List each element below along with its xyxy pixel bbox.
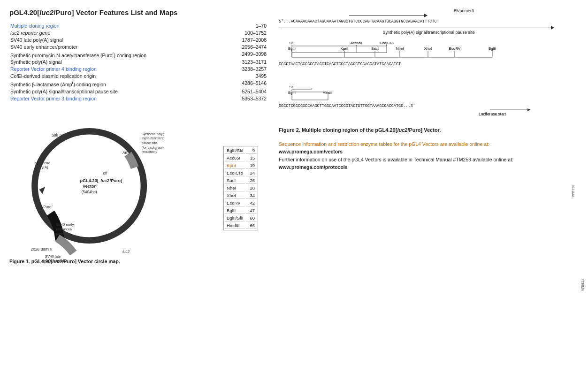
site-name: EcoRV (225, 200, 245, 206)
feature-range: 4286–5146 (226, 80, 267, 88)
svg-text:Luciferase start: Luciferase start (479, 112, 506, 116)
feature-name: ColEI-derived plasmid replication origin (9, 73, 226, 80)
svg-text:Vector: Vector (83, 184, 96, 189)
svg-text:(5404bp): (5404bp) (82, 190, 97, 194)
site-row: EcoICRI24 (225, 170, 257, 176)
site-name: KpnI (225, 162, 245, 169)
svg-text:enhancer/: enhancer/ (56, 227, 72, 231)
svg-text:2020 BamHI: 2020 BamHI (31, 247, 53, 252)
site-name: BglII/SfiI (225, 215, 245, 221)
fig2-caption: Figure 2. Multiple cloning region of the… (279, 127, 579, 133)
feature-range: 1787–2008 (226, 36, 267, 43)
feature-row: Synthetic poly(A) signal 3123–3171 (9, 59, 267, 66)
site-row: Acc65I15 (225, 155, 257, 161)
svg-text:EcoRV: EcoRV (449, 46, 461, 51)
info-text: Sequence information and restriction enz… (279, 140, 551, 171)
site-pos: 28 (246, 185, 257, 191)
site-name: BglII (225, 207, 245, 214)
svg-text:Puroʳ: Puroʳ (43, 205, 53, 209)
feature-name: SV40 early enhancer/promoter (9, 43, 226, 50)
rvprimer3-section: RVprimer3 (330, 8, 579, 17)
feature-row: Multiple cloning region 1–70 (9, 22, 267, 29)
svg-text:KpnI: KpnI (341, 46, 348, 51)
features-table: Multiple cloning region 1–70 luc2 report… (9, 22, 267, 102)
svg-text:XhoI: XhoI (424, 46, 432, 51)
site-name: EcoICRI (225, 170, 245, 176)
site-name: HindIII (225, 222, 245, 229)
feature-name: Synthetic β-lactamase (Ampr) coding regi… (9, 80, 226, 88)
svg-text:poly(A): poly(A) (37, 165, 48, 169)
svg-text:BglII: BglII (489, 46, 496, 51)
site-row: SacI26 (225, 177, 257, 184)
svg-text:NheI: NheI (396, 46, 404, 51)
right-column: RVprimer3 5′...ACAAAACAAACTAGCAAAATAGGCT… (272, 8, 579, 361)
svg-text:signal/transcriptional: signal/transcriptional (142, 136, 164, 140)
synpoly-label: Synthetic poly(A) signal/transcriptional… (279, 30, 579, 35)
info-line-2: Further information on use of the pGL4 V… (279, 157, 513, 170)
site-row: KpnI19 (225, 162, 257, 169)
site-pos: 42 (246, 200, 257, 206)
feature-name: Synthetic poly(A) signal (9, 59, 226, 66)
restriction-sites-table: BglII/SfiI9 Acc65I15 KpnI19 EcoICRI24 Sa… (223, 146, 258, 230)
bottom-restr-svg: SfiI BglII HindIII GGCCTCGGCGGCCAAGCTTGG… (279, 84, 570, 123)
feature-name: luc2 reporter gene (9, 29, 226, 36)
feature-range: 2056–2474 (226, 43, 267, 50)
svg-text:reduction): reduction) (142, 150, 157, 154)
feature-name: Multiple cloning region (9, 22, 226, 29)
site-name: Acc65I (225, 155, 245, 161)
top-restriction-map: SfiI Acc65I EcoICRI BglII KpnI SacI NheI… (279, 39, 579, 83)
site-pos: 47 (246, 207, 257, 214)
feature-range: 5353–5372 (226, 95, 267, 102)
site-pos: 15 (246, 155, 257, 161)
svg-marker-1 (39, 187, 46, 194)
svg-text:GGCCTCGGCGGCCAAGCTTGGCAATCCGGT: GGCCTCGGCGGCCAAGCTTGGCAATCCGGTACTGTTGGTA… (279, 104, 415, 108)
fig1-caption: Figure 1. pGL4.20[luc2/Puro] Vector circ… (9, 259, 120, 264)
svg-text:promoter: promoter (56, 232, 70, 236)
feature-row: Synthetic poly(A) signal/transcriptional… (9, 88, 267, 95)
site-name: SacI (225, 177, 245, 184)
svg-text:GGCCTAACTGGCCGGTACCTGAGCTCGCTA: GGCCTAACTGGCCGGTACCTGAGCTCGCTAGCCTCGAGGA… (279, 62, 401, 67)
feature-row: SV40 early enhancer/promoter 2056–2474 (9, 43, 267, 50)
svg-text:luc2: luc2 (122, 250, 130, 254)
svg-text:(for background: (for background (142, 145, 164, 150)
site-row: XhoI34 (225, 192, 257, 199)
site-pos: 19 (246, 162, 257, 169)
svg-text:Acc65I: Acc65I (351, 41, 362, 45)
svg-text:SfiI: SfiI (289, 41, 295, 45)
site-name: BglII/SfiI (225, 147, 245, 154)
feature-row: Reporter Vector primer 4 binding region … (9, 66, 267, 73)
rvprimer3-label: RVprimer3 (349, 8, 579, 13)
site-row: BglII/SfiI60 (225, 215, 257, 221)
feature-range: 100–1752 (226, 29, 267, 36)
site-row: EcoRV42 (225, 200, 257, 206)
synpoly-arrow-row: Synthetic poly(A) signal/transcriptional… (279, 26, 579, 35)
circle-map-svg: SalI 3188 Synthetic poly(A) ori Ampʳ Pur… (19, 108, 164, 263)
feature-range: 2499–3098 (226, 50, 267, 59)
feature-name: Reporter Vector primer 3 binding region (9, 95, 226, 102)
feature-row: Synthetic β-lactamase (Ampr) coding regi… (9, 80, 267, 88)
svg-text:SV40 early: SV40 early (56, 222, 74, 227)
sequence-line-1: 5′...ACAAAACAAACTAGCAAAATAGGCTGTCCCCAGTG… (279, 19, 579, 24)
svg-text:SacI: SacI (371, 46, 379, 51)
rvprimer3-arrow (349, 14, 579, 17)
vertical-code: 4738MA (581, 279, 584, 291)
url-protocols: www.promega.com/protocols (279, 164, 348, 170)
site-row: BglII/SfiI9 (225, 147, 257, 154)
site-pos: 26 (246, 177, 257, 184)
site-pos: 9 (246, 147, 257, 154)
site-row: BglII47 (225, 207, 257, 214)
top-restr-svg: SfiI Acc65I EcoICRI BglII KpnI SacI NheI… (279, 39, 560, 82)
svg-text:Ampʳ: Ampʳ (122, 151, 132, 155)
site-name: NheI (225, 185, 245, 191)
left-column: pGL4.20[luc2/Puro] Vector Features List … (9, 8, 272, 361)
feature-range: 3123–3171 (226, 59, 267, 66)
feature-row: SV40 late poly(A) signal 1787–2008 (9, 36, 267, 43)
site-row: NheI28 (225, 185, 257, 191)
feature-range: 3495 (226, 73, 267, 80)
info-line-1: Sequence information and restriction enz… (279, 141, 489, 154)
svg-text:Synthetic: Synthetic (35, 161, 50, 165)
feature-name: Synthetic poly(A) signal/transcriptional… (9, 88, 226, 95)
svg-text:pGL4.20[: pGL4.20[ (80, 178, 99, 183)
svg-text:SV40 late: SV40 late (45, 254, 61, 259)
feature-name: SV40 late poly(A) signal (9, 36, 226, 43)
